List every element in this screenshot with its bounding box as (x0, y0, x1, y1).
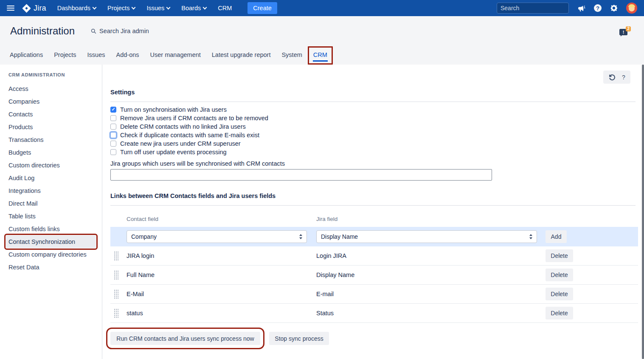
sidebar-item-access[interactable]: Access (6, 82, 96, 95)
checkbox-delete-crm-contacts[interactable] (110, 124, 116, 130)
sidebar-section-title: CRM ADMINISTRATION (8, 72, 93, 77)
setting-row: Check if duplicate contacts with same E-… (110, 131, 268, 139)
setting-row: Remove Jira users if CRM contacts are to… (110, 114, 268, 122)
user-avatar[interactable] (626, 3, 637, 14)
tab-applications[interactable]: Applications (4, 46, 48, 65)
jira-field-cell: E-mail (316, 285, 334, 304)
jira-field-select[interactable]: Display Name (316, 230, 537, 243)
contact-field-cell: Full Name (127, 266, 155, 285)
nav-projects[interactable]: Projects (107, 5, 135, 11)
settings-gear-icon[interactable] (610, 4, 618, 12)
sidebar-item-custom-directories[interactable]: Custom directories (6, 159, 96, 172)
checkbox-remove-jira-users[interactable] (110, 115, 116, 121)
jira-field-select-value: Display Name (321, 233, 358, 240)
tab-addons[interactable]: Add-ons (111, 46, 145, 65)
checkbox-create-under-superuser[interactable] (110, 141, 116, 147)
sidebar-item-transactions[interactable]: Transactions (6, 133, 96, 146)
admin-header: Administration Search Jira admin ! 2 (0, 16, 644, 46)
notifications-icon[interactable]: ! 2 (619, 27, 630, 35)
refresh-icon[interactable] (608, 73, 616, 81)
jira-field-cell: Status (316, 304, 334, 323)
settings-checkbox-list: Turn on synchronisation with Jira users … (110, 105, 268, 156)
sidebar-item-companies[interactable]: Companies (6, 95, 96, 108)
sidebar-item-contact-synchronization[interactable]: Contact Synchronization (6, 235, 96, 248)
table-row: E-Mail E-mail Delete (110, 285, 638, 304)
tab-system[interactable]: System (276, 46, 307, 65)
setting-row: Turn off user update events processing (110, 148, 268, 156)
chevron-down-icon (166, 6, 171, 10)
drag-handle-icon[interactable] (114, 289, 119, 299)
sidebar-item-audit-log[interactable]: Audit Log (6, 172, 96, 184)
setting-row: Delete CRM contacts with no linked Jira … (110, 122, 268, 131)
column-header-contact-field: Contact field (127, 216, 158, 222)
create-button[interactable]: Create (247, 2, 277, 14)
drag-handle-icon[interactable] (114, 308, 119, 318)
checkbox-check-duplicates[interactable] (110, 132, 116, 138)
field-links-table: Contact field Jira field Company Display… (110, 214, 638, 323)
sidebar-item-contacts[interactable]: Contacts (6, 108, 96, 121)
page-toolbar: ? (603, 71, 630, 84)
chevron-down-icon (93, 6, 97, 10)
sidebar-item-direct-mail[interactable]: Direct Mail (6, 197, 96, 210)
help-icon[interactable]: ? (622, 74, 625, 81)
delete-link-button[interactable]: Delete (546, 288, 573, 300)
announcements-icon[interactable] (577, 4, 586, 12)
tab-user-management[interactable]: User management (145, 46, 206, 65)
tab-projects[interactable]: Projects (48, 46, 82, 65)
page-scrollbar[interactable] (642, 65, 644, 359)
tab-latest-upgrade-report[interactable]: Latest upgrade report (206, 46, 276, 65)
main-content: ? Settings Turn on synchronisation with … (102, 65, 644, 359)
run-sync-button[interactable]: Run CRM contacts and Jira users sync pro… (110, 332, 260, 345)
sidebar-item-integrations[interactable]: Integrations (6, 184, 96, 197)
drag-handle-icon[interactable] (114, 270, 119, 280)
admin-search[interactable]: Search Jira admin (91, 28, 149, 34)
sidebar-item-reset-data[interactable]: Reset Data (6, 261, 96, 274)
global-search[interactable] (497, 3, 569, 14)
sidebar-item-custom-company-directories[interactable]: Custom company directories (6, 248, 96, 261)
notification-badge: 2 (626, 26, 631, 31)
nav-issues[interactable]: Issues (146, 5, 170, 11)
tab-issues[interactable]: Issues (82, 46, 111, 65)
checkbox-label: Create new jira users under CRM superuse… (120, 140, 241, 147)
search-icon (91, 28, 96, 34)
select-arrows-icon (299, 234, 303, 240)
stop-sync-button[interactable]: Stop sync process (269, 332, 329, 345)
jira-logo-icon (22, 4, 31, 13)
sidebar-item-custom-fields-links[interactable]: Custom fields links (6, 223, 96, 235)
checkbox-turn-off-update-events[interactable] (110, 149, 116, 155)
delete-link-button[interactable]: Delete (546, 307, 573, 319)
checkbox-label: Delete CRM contacts with no linked Jira … (120, 123, 246, 130)
drag-handle-icon[interactable] (114, 251, 119, 261)
tab-crm[interactable]: CRM (308, 46, 333, 65)
nav-dashboards[interactable]: Dashboards (57, 5, 96, 11)
sidebar-item-budgets[interactable]: Budgets (6, 146, 96, 159)
checkbox-label: Turn on synchronisation with Jira users (120, 106, 227, 113)
add-link-button[interactable]: Add (546, 230, 567, 243)
sidebar-item-products[interactable]: Products (6, 121, 96, 133)
jira-admin-page: Jira Dashboards Projects Issues Boards C… (0, 0, 644, 359)
contact-field-cell: E-Mail (127, 285, 144, 304)
table-row: Full Name Display Name Delete (110, 266, 638, 285)
jira-field-cell: Display Name (316, 266, 354, 285)
jira-logo[interactable]: Jira (22, 4, 46, 13)
nav-crm[interactable]: CRM (218, 5, 232, 11)
crm-admin-sidebar: CRM ADMINISTRATION Access Companies Cont… (0, 65, 102, 359)
delete-link-button[interactable]: Delete (546, 269, 573, 281)
nav-boards[interactable]: Boards (181, 5, 206, 11)
jira-groups-label: Jira groups which users will be synchron… (110, 160, 285, 167)
checkbox-label: Check if duplicate contacts with same E-… (120, 132, 259, 139)
contact-field-cell: JIRA login (127, 246, 154, 266)
delete-link-button[interactable]: Delete (546, 249, 573, 262)
contact-field-select[interactable]: Company (127, 230, 307, 243)
sidebar-item-table-lists[interactable]: Table lists (6, 210, 96, 223)
table-row: JIRA login Login JIRA Delete (110, 246, 638, 266)
global-search-input[interactable] (501, 5, 577, 11)
help-icon[interactable]: ? (594, 4, 602, 12)
checkbox-turn-on-sync[interactable] (110, 107, 116, 113)
jira-groups-input[interactable] (110, 169, 492, 181)
divider (110, 102, 636, 102)
hamburger-menu-icon[interactable] (7, 6, 14, 11)
sync-actions: Run CRM contacts and Jira users sync pro… (110, 332, 329, 345)
top-navbar: Jira Dashboards Projects Issues Boards C… (0, 0, 644, 16)
links-section-title: Links between CRM Contacts fields and Ji… (110, 192, 276, 199)
